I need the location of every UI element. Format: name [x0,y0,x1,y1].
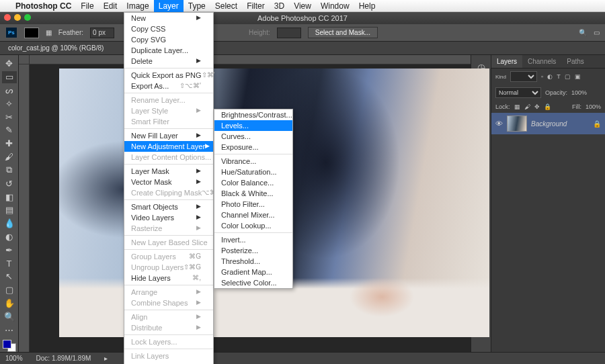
filter-adjust-icon[interactable]: ◐ [547,73,553,80]
submenu-item-brightness-contrast-[interactable]: Brightness/Contrast... [214,109,292,120]
submenu-item-channel-mixer-[interactable]: Channel Mixer... [214,210,292,220]
submenu-item-hue-saturation-[interactable]: Hue/Saturation... [214,167,292,177]
filter-shape-icon[interactable]: ▢ [565,73,571,80]
menu-image[interactable]: Image [122,0,153,12]
blur-tool[interactable]: 💧 [2,218,17,230]
chevron-right-icon[interactable]: ▸ [104,355,108,362]
select-mask-button[interactable]: Select and Mask... [308,27,378,38]
lock-pixels-icon[interactable]: 🖌 [524,103,530,110]
menu-item-hide-layers[interactable]: Hide Layers⌘, [124,273,213,283]
eraser-tool[interactable]: ◧ [2,191,17,203]
menu-view[interactable]: View [289,0,316,12]
submenu-item-color-lookup-[interactable]: Color Lookup... [214,220,292,231]
submenu-item-posterize-[interactable]: Posterize... [214,245,292,256]
zoom-icon[interactable] [24,14,31,21]
menu-item-duplicate-layer-[interactable]: Duplicate Layer... [124,45,213,56]
submenu-item-vibrance-[interactable]: Vibrance... [214,156,292,167]
tab-layers[interactable]: Layers [491,55,522,68]
menu-select[interactable]: Select [210,0,242,12]
close-icon[interactable] [4,14,11,21]
menu-item-layer-mask[interactable]: Layer Mask▶ [124,166,213,177]
ruler-vertical[interactable] [19,64,30,352]
path-tool[interactable]: ↖ [2,271,17,283]
ps-icon[interactable]: Ps [5,27,17,38]
layer-row[interactable]: 👁 Background 🔒 [491,113,605,134]
submenu-item-selective-color-[interactable]: Selective Color... [214,277,292,288]
submenu-item-color-balance-[interactable]: Color Balance... [214,177,292,188]
menu-item-smart-objects[interactable]: Smart Objects▶ [124,201,213,212]
menu-item-new-fill-layer[interactable]: New Fill Layer▶ [124,130,213,141]
shape-tool[interactable]: ▢ [2,284,17,296]
menubar-app[interactable]: Photoshop CC [11,0,76,12]
layer-thumbnail[interactable] [507,116,527,132]
eyedropper-tool[interactable]: ✎ [2,124,17,136]
submenu-item-black-white-[interactable]: Black & White... [214,188,292,199]
lock-all-icon[interactable]: 🔒 [544,103,551,110]
marquee-mode-icon[interactable]: ▦ [46,29,52,36]
healing-tool[interactable]: ✚ [2,138,17,150]
doc-size[interactable]: Doc: 1.89M/1.89M [36,355,91,362]
menu-help[interactable]: Help [354,0,380,12]
feather-input[interactable] [90,28,114,38]
menu-item-export-as-[interactable]: Export As...⇧⌥⌘' [124,81,213,91]
crop-tool[interactable]: ✂ [2,111,17,123]
menu-item-vector-mask[interactable]: Vector Mask▶ [124,177,213,187]
menu-filter[interactable]: Filter [242,0,270,12]
move-tool[interactable]: ✥ [2,58,17,70]
menu-item-copy-css[interactable]: Copy CSS [124,24,213,34]
document-tab[interactable]: color_cast.jpg @ 100% (RGB/8) [0,42,605,55]
color-swatches[interactable] [3,340,16,352]
menu-type[interactable]: Type [184,0,210,12]
ruler-horizontal[interactable] [30,55,471,64]
filter-pixel-icon[interactable]: ▫ [541,73,543,80]
more-tools[interactable]: ⋯ [2,324,17,336]
menu-edit[interactable]: Edit [99,0,122,12]
submenu-item-exposure-[interactable]: Exposure... [214,142,292,152]
submenu-item-gradient-map-[interactable]: Gradient Map... [214,267,292,277]
zoom-level[interactable]: 100% [5,355,23,362]
gradient-tool[interactable]: ▤ [2,204,17,216]
menu-item-video-layers[interactable]: Video Layers▶ [124,212,213,223]
opacity-value[interactable]: 100% [571,89,587,96]
workspace-icon[interactable]: ▭ [594,29,600,36]
dodge-tool[interactable]: ◐ [2,231,17,243]
hand-tool[interactable]: ✋ [2,298,17,310]
menu-item-quick-export-as-png[interactable]: Quick Export as PNG⇧⌘' [124,70,213,81]
menu-item-new[interactable]: New▶ [124,13,213,24]
stamp-tool[interactable]: ⧉ [2,165,17,177]
menu-file[interactable]: File [76,0,98,12]
tab-paths[interactable]: Paths [561,55,590,68]
menu-window[interactable]: Window [316,0,354,12]
fill-value[interactable]: 100% [586,103,601,110]
submenu-item-photo-filter-[interactable]: Photo Filter... [214,199,292,210]
filter-type-icon[interactable]: T [557,73,561,80]
visibility-icon[interactable]: 👁 [495,120,503,128]
blend-mode-select[interactable]: Normal [495,87,541,98]
filter-smart-icon[interactable]: ▣ [575,73,581,80]
marquee-tool[interactable]: ▭ [2,71,17,83]
menu-layer[interactable]: Layer [154,0,184,12]
foreground-swatch[interactable] [24,28,39,38]
search-icon[interactable]: 🔍 [579,29,587,36]
tab-channels[interactable]: Channels [522,55,561,68]
minimize-icon[interactable] [14,14,21,21]
menu-item-new-adjustment-layer[interactable]: New Adjustment Layer▶ [124,141,213,152]
pen-tool[interactable]: ✒ [2,244,17,256]
lock-transparent-icon[interactable]: ▦ [514,103,520,110]
magic-wand-tool[interactable]: ✧ [2,97,17,109]
kind-filter[interactable] [510,71,537,82]
history-brush-tool[interactable]: ↺ [2,177,17,189]
menu-item-copy-svg[interactable]: Copy SVG [124,34,213,45]
submenu-item-invert-[interactable]: Invert... [214,234,292,245]
submenu-item-curves-[interactable]: Curves... [214,131,292,142]
submenu-item-threshold-[interactable]: Threshold... [214,256,292,267]
zoom-tool[interactable]: 🔍 [2,310,17,322]
height-input[interactable] [277,28,301,38]
lock-position-icon[interactable]: ✥ [534,103,540,110]
brush-tool[interactable]: 🖌 [2,151,17,163]
lasso-tool[interactable]: ᔕ [2,85,17,97]
menu-3d[interactable]: 3D [270,0,289,12]
submenu-item-levels-[interactable]: Levels... [214,120,292,131]
type-tool[interactable]: T [2,257,17,269]
menu-item-delete[interactable]: Delete▶ [124,56,213,66]
